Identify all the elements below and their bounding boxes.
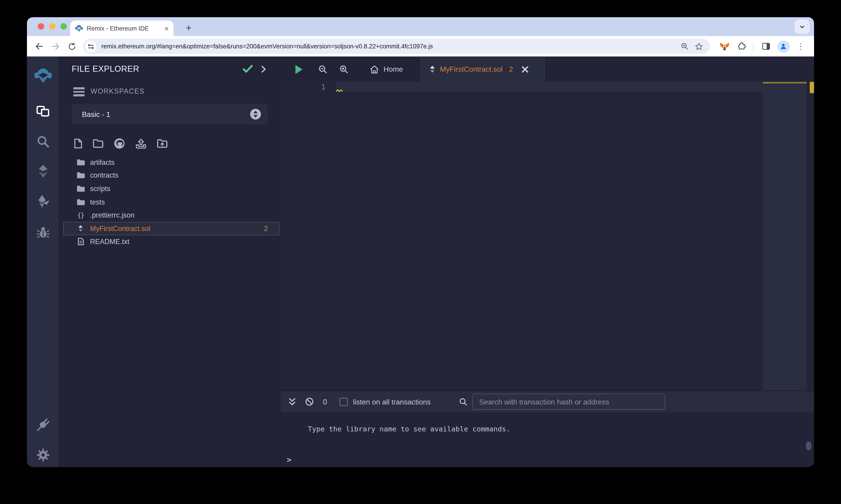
bookmark-button[interactable] xyxy=(693,40,705,52)
back-button[interactable] xyxy=(32,39,46,53)
sidebar-item-file-explorer[interactable] xyxy=(36,105,50,118)
listen-label[interactable]: listen on all transactions xyxy=(353,398,431,406)
tab-close-icon[interactable]: × xyxy=(164,24,169,32)
workspaces-label: WORKSPACES xyxy=(90,87,144,95)
terminal-output[interactable]: Type the library name to see available c… xyxy=(280,412,814,467)
folder-icon xyxy=(75,172,86,179)
sidebar-item-debugger[interactable] xyxy=(36,226,50,238)
select-arrows-icon xyxy=(250,108,261,120)
terminal-search-input[interactable] xyxy=(472,394,665,410)
bug-icon xyxy=(36,226,50,238)
avatar xyxy=(777,40,789,53)
url-text[interactable]: remix.ethereum.org/#lang=en&optimize=fal… xyxy=(101,43,676,50)
tree-item-file-selected[interactable]: MyFirstContract.sol 2 xyxy=(63,222,280,235)
extensions-button[interactable] xyxy=(735,39,749,53)
code-editor[interactable]: 1 xyxy=(280,82,814,391)
solidity-file-icon xyxy=(75,224,86,232)
tree-item-folder[interactable]: contracts xyxy=(59,169,280,182)
minimap[interactable] xyxy=(763,82,806,391)
plug-icon xyxy=(36,417,50,431)
sidebar-item-settings[interactable] xyxy=(36,448,50,462)
remix-app: FILE EXPLORER WORKSPACES Basic - 1 xyxy=(27,57,814,467)
tab-label: MyFirstContract.sol xyxy=(440,65,502,73)
folder-icon xyxy=(75,198,86,205)
file-name: scripts xyxy=(90,185,110,193)
folder-icon xyxy=(75,159,86,166)
new-tab-button[interactable]: + xyxy=(181,20,196,36)
sidebar-item-solidity-compiler[interactable] xyxy=(37,164,49,178)
plugin-iconbar xyxy=(27,57,59,467)
file-name: tests xyxy=(90,198,105,206)
metamask-extension-button[interactable] xyxy=(718,39,732,53)
solidity-compiler-icon xyxy=(37,164,49,178)
close-window-button[interactable] xyxy=(38,23,44,30)
panel-expand-chevron[interactable] xyxy=(261,66,267,73)
browser-tabstrip: Remix - Ethereum IDE × + xyxy=(27,17,814,36)
new-file-button[interactable] xyxy=(74,138,83,149)
terminal-expand-button[interactable] xyxy=(288,398,296,406)
workspace-menu-button[interactable] xyxy=(73,87,85,98)
new-folder-button[interactable] xyxy=(93,139,104,148)
zoom-out-button[interactable] xyxy=(316,57,329,82)
star-icon xyxy=(694,42,703,51)
listen-checkbox[interactable] xyxy=(340,398,348,406)
tree-item-folder[interactable]: scripts xyxy=(59,182,280,195)
tune-icon xyxy=(87,43,95,50)
ban-icon xyxy=(305,397,314,406)
tab-close-button[interactable] xyxy=(521,66,528,72)
remix-favicon xyxy=(75,24,83,32)
browser-tab[interactable]: Remix - Ethereum IDE × xyxy=(70,20,174,36)
forward-icon xyxy=(51,41,60,51)
tree-item-folder[interactable]: artifacts xyxy=(59,156,280,169)
zoom-in-button[interactable] xyxy=(337,57,350,82)
search-icon xyxy=(36,135,50,148)
file-name: README.txt xyxy=(90,238,130,246)
sidebar-item-plugin-manager[interactable] xyxy=(36,417,50,431)
upload-file-button[interactable] xyxy=(135,138,147,149)
new-folder-icon xyxy=(93,139,104,148)
tab-search-button[interactable] xyxy=(795,19,810,34)
editor-tabbar: Home MyFirstContract.sol 2 xyxy=(280,57,814,82)
sidebar-item-search[interactable] xyxy=(36,135,50,148)
zoom-page-button[interactable] xyxy=(679,40,691,52)
profile-button[interactable] xyxy=(776,39,790,53)
side-panel-button[interactable] xyxy=(759,39,773,53)
file-tree: artifacts contracts scripts xyxy=(59,156,280,248)
back-icon xyxy=(35,41,44,51)
overview-ruler[interactable] xyxy=(806,82,814,391)
tree-item-file[interactable]: {} .prettierrc.json xyxy=(59,209,280,222)
minimize-window-button[interactable] xyxy=(49,23,55,30)
terminal-scrollbar-thumb[interactable] xyxy=(806,442,811,450)
tree-item-file[interactable]: README.txt xyxy=(59,235,280,248)
zoom-in-icon xyxy=(339,65,348,74)
browser-menu-button[interactable]: ⋮ xyxy=(793,39,807,53)
workspace-select[interactable]: Basic - 1 xyxy=(72,104,268,124)
sidebar-item-deploy-run[interactable] xyxy=(36,195,50,209)
browser-toolbar: remix.ethereum.org/#lang=en&optimize=fal… xyxy=(27,36,814,57)
reload-button[interactable] xyxy=(65,39,79,53)
run-script-button[interactable] xyxy=(293,57,304,82)
new-file-icon xyxy=(74,138,83,149)
address-bar[interactable]: remix.ethereum.org/#lang=en&optimize=fal… xyxy=(83,39,710,54)
clear-console-button[interactable] xyxy=(305,397,314,406)
tab-myfirstcontract[interactable]: MyFirstContract.sol 2 xyxy=(420,57,545,82)
clone-github-button[interactable] xyxy=(114,138,125,149)
transaction-count: 0 xyxy=(323,397,327,406)
forward-button[interactable] xyxy=(49,39,63,53)
chevron-down-icon xyxy=(799,23,805,30)
zoom-window-button[interactable] xyxy=(60,23,67,30)
remix-logo-icon xyxy=(34,67,51,84)
site-settings-button[interactable] xyxy=(85,41,97,52)
line-number: 1 xyxy=(280,83,326,91)
remix-logo[interactable] xyxy=(34,67,51,84)
zoom-out-icon xyxy=(318,65,327,74)
gear-icon xyxy=(36,448,50,462)
tree-item-folder[interactable]: tests xyxy=(59,195,280,209)
upload-folder-button[interactable] xyxy=(157,139,168,148)
metamask-fox-icon xyxy=(719,41,730,51)
upload-file-icon xyxy=(135,138,147,149)
terminal-message: Type the library name to see available c… xyxy=(308,425,510,433)
side-panel-icon xyxy=(761,41,771,51)
tab-home[interactable]: Home xyxy=(356,57,417,82)
terminal-prompt[interactable]: > xyxy=(287,456,292,464)
